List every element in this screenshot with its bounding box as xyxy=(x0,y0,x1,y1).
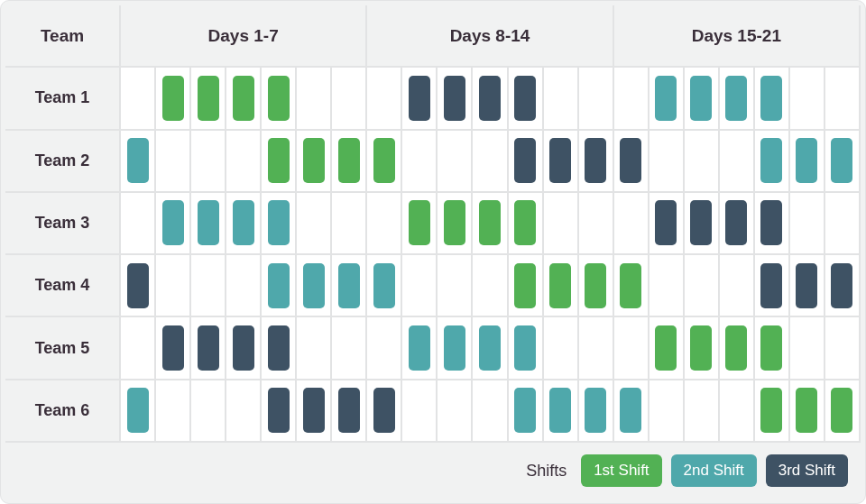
day-cell xyxy=(226,68,262,130)
day-cell xyxy=(614,255,650,317)
shift-block-shift2 xyxy=(338,263,360,308)
shift-block-shift1 xyxy=(162,76,184,121)
day-cell xyxy=(191,380,226,443)
legend-title: Shifts xyxy=(526,462,567,481)
day-cell xyxy=(579,68,614,130)
shift-block-shift2 xyxy=(373,263,395,308)
shift-block-shift1 xyxy=(198,76,219,121)
shift-block-shift2 xyxy=(409,325,430,371)
day-cell xyxy=(402,317,438,380)
day-cell xyxy=(825,68,861,130)
day-cell xyxy=(790,68,825,130)
day-cell xyxy=(720,255,755,317)
day-cell xyxy=(156,193,191,255)
team-label: Team 2 xyxy=(5,131,121,193)
day-cell xyxy=(191,131,226,193)
shift-block-shift3 xyxy=(127,263,149,308)
team-days xyxy=(121,380,861,443)
day-cell xyxy=(614,68,650,130)
day-cell xyxy=(790,255,825,317)
team-days xyxy=(121,193,861,255)
day-cell xyxy=(650,255,685,317)
period-header-1: Days 1-7 xyxy=(121,5,367,68)
day-cell xyxy=(226,131,262,193)
day-cell xyxy=(614,317,650,380)
period-header-2: Days 8-14 xyxy=(367,5,613,68)
day-cell xyxy=(438,380,473,443)
day-cell xyxy=(825,193,861,255)
shift-block-shift1 xyxy=(268,76,290,121)
shift-block-shift1 xyxy=(303,138,325,183)
day-cell xyxy=(438,317,473,380)
shift-block-shift1 xyxy=(725,325,747,371)
day-cell xyxy=(191,193,226,255)
day-cell xyxy=(544,255,579,317)
shift-block-shift3 xyxy=(338,388,360,433)
shift-block-shift1 xyxy=(373,138,395,183)
shift-block-shift1 xyxy=(831,388,852,433)
team-label: Team 4 xyxy=(5,255,121,317)
day-cell xyxy=(720,131,755,193)
day-cell xyxy=(332,317,367,380)
day-cell xyxy=(685,131,720,193)
day-cell xyxy=(332,380,367,443)
day-cell xyxy=(367,131,402,193)
shift-block-shift1 xyxy=(338,138,360,183)
shift-block-shift1 xyxy=(760,325,782,371)
day-cell xyxy=(685,317,720,380)
column-header-team: Team xyxy=(5,5,121,68)
day-cell xyxy=(438,68,473,130)
day-cell xyxy=(262,317,297,380)
shift-block-shift2 xyxy=(690,76,712,121)
shift-block-shift1 xyxy=(690,325,712,371)
table-row: Team 2 xyxy=(5,131,861,193)
day-cell xyxy=(509,255,544,317)
day-cell xyxy=(614,193,650,255)
table-row: Team 5 xyxy=(5,317,861,380)
shift-block-shift3 xyxy=(268,388,290,433)
day-cell xyxy=(367,255,402,317)
day-cell xyxy=(367,380,402,443)
shift-block-shift1 xyxy=(514,263,536,308)
day-cell xyxy=(825,317,861,380)
day-cell xyxy=(720,380,755,443)
shift-block-shift1 xyxy=(409,200,430,245)
day-cell xyxy=(790,193,825,255)
day-cell xyxy=(156,317,191,380)
day-cell xyxy=(156,68,191,130)
shift-block-shift3 xyxy=(760,263,782,308)
shift-block-shift3 xyxy=(585,138,606,183)
day-cell xyxy=(156,131,191,193)
shift-block-shift3 xyxy=(831,263,852,308)
day-cell xyxy=(191,255,226,317)
day-cell xyxy=(790,380,825,443)
day-cell xyxy=(121,131,156,193)
shift-block-shift1 xyxy=(268,138,290,183)
day-cell xyxy=(614,380,650,443)
day-cell xyxy=(650,68,685,130)
day-cell xyxy=(297,380,332,443)
day-cell xyxy=(755,317,790,380)
day-cell xyxy=(544,131,579,193)
day-cell xyxy=(226,380,262,443)
day-cell xyxy=(544,68,579,130)
shift-block-shift3 xyxy=(162,325,184,371)
shift-block-shift3 xyxy=(409,76,430,121)
day-cell xyxy=(297,131,332,193)
shift-block-shift2 xyxy=(303,263,325,308)
day-cell xyxy=(226,255,262,317)
day-cell xyxy=(509,317,544,380)
day-cell xyxy=(579,317,614,380)
shift-block-shift2 xyxy=(127,388,149,433)
day-cell xyxy=(121,68,156,130)
day-cell xyxy=(332,68,367,130)
day-cell xyxy=(121,193,156,255)
shift-block-shift1 xyxy=(655,325,677,371)
day-cell xyxy=(825,380,861,443)
day-cell xyxy=(438,193,473,255)
shift-block-shift2 xyxy=(655,76,677,121)
shift-block-shift2 xyxy=(444,325,465,371)
day-cell xyxy=(755,255,790,317)
shift-block-shift2 xyxy=(268,200,290,245)
shift-block-shift1 xyxy=(479,200,501,245)
